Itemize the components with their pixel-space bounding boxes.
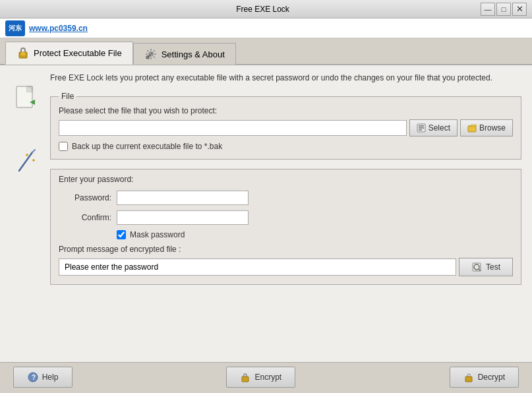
maximize-button[interactable]: □: [496, 3, 511, 16]
content-area: Free EXE Lock lets you protect any execu…: [50, 72, 521, 355]
select-button[interactable]: Select: [409, 119, 458, 136]
password-section: Enter your password: Password: Confirm: …: [50, 169, 521, 285]
watermark-logo: 河东: [5, 20, 25, 36]
description-text: Free EXE Lock lets you protect any execu…: [50, 72, 521, 84]
password-row: Password:: [59, 191, 513, 205]
svg-text:?: ?: [32, 374, 36, 381]
confirm-row: Confirm:: [59, 210, 513, 225]
lock-tab-icon: [16, 46, 30, 59]
password-input[interactable]: [117, 191, 249, 205]
decrypt-icon: [463, 372, 474, 382]
title-bar-controls: — □ ✕: [481, 3, 527, 16]
encrypt-icon: [240, 372, 251, 382]
prompt-label: Prompt message of encrypted file :: [59, 245, 513, 254]
file-fieldset: File Please select the file that you wis…: [50, 92, 521, 160]
title-bar-text: Free EXE Lock: [45, 5, 481, 14]
tab-settings[interactable]: Settings & About: [133, 43, 236, 65]
file-input-row: Select Browse: [59, 119, 513, 136]
file-path-input[interactable]: [59, 120, 407, 136]
left-icons: [11, 72, 44, 355]
settings-tab-icon: [144, 47, 158, 61]
file-legend: File: [59, 92, 76, 101]
password-label: Password:: [59, 193, 111, 202]
minimize-button[interactable]: —: [481, 3, 495, 16]
mask-row: Mask password: [117, 230, 513, 239]
watermark-url[interactable]: www.pc0359.cn: [29, 24, 88, 33]
tabs-row: Protect Executable File Settings & About: [0, 38, 532, 65]
test-icon: [471, 262, 482, 272]
bottom-bar: ? Help Encrypt Decrypt: [0, 362, 532, 391]
help-icon: ?: [28, 372, 38, 382]
svg-rect-19: [468, 126, 476, 132]
select-icon: [417, 123, 426, 133]
svg-line-10: [32, 150, 35, 152]
svg-rect-26: [242, 377, 249, 382]
backup-row: Back up the current executable file to *…: [59, 142, 513, 151]
mask-label: Mask password: [130, 230, 185, 239]
confirm-input[interactable]: [117, 210, 249, 225]
tab-protect-label: Protect Executable File: [34, 48, 122, 58]
confirm-label: Confirm:: [59, 213, 111, 222]
backup-checkbox[interactable]: [59, 142, 68, 151]
encrypt-button[interactable]: Encrypt: [226, 367, 295, 388]
wand-icon: [14, 147, 40, 178]
browse-icon: [467, 123, 477, 133]
select-file-label: Please select the file that you wish to …: [59, 106, 513, 115]
password-section-title: Enter your password:: [59, 175, 513, 184]
svg-rect-18: [419, 129, 422, 131]
mask-checkbox[interactable]: [117, 230, 126, 239]
svg-rect-16: [419, 125, 424, 127]
svg-rect-1: [21, 52, 25, 55]
svg-rect-27: [465, 377, 472, 382]
tab-protect[interactable]: Protect Executable File: [5, 42, 133, 65]
watermark-bar: 河东 www.pc0359.cn: [0, 18, 532, 38]
test-button[interactable]: Test: [459, 258, 513, 276]
title-bar: Free EXE Lock — □ ✕: [0, 0, 532, 18]
close-button[interactable]: ✕: [512, 3, 527, 16]
decrypt-button[interactable]: Decrypt: [450, 367, 519, 388]
help-button[interactable]: ? Help: [13, 367, 73, 388]
backup-label: Back up the current executable file to *…: [72, 142, 222, 151]
svg-rect-17: [419, 127, 424, 129]
prompt-input[interactable]: [59, 258, 456, 276]
prompt-row: Test: [59, 258, 513, 276]
file-icon: [15, 85, 39, 114]
main-content: Free EXE Lock lets you protect any execu…: [0, 65, 532, 362]
tab-settings-label: Settings & About: [162, 49, 225, 59]
browse-button[interactable]: Browse: [460, 119, 513, 136]
